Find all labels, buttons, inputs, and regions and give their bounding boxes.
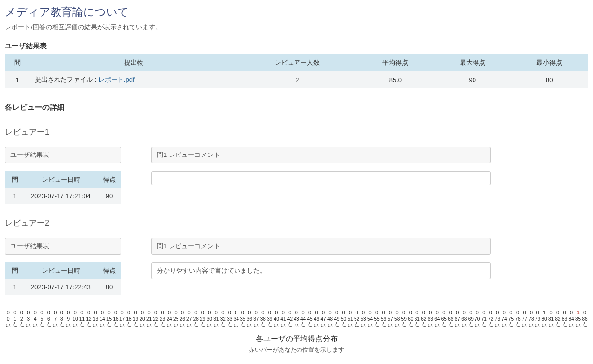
chart-label: 81点 (548, 316, 555, 327)
chart-value: 0 (226, 310, 233, 315)
cell-max: 90 (434, 71, 511, 88)
cell-q: 1 (5, 188, 25, 204)
chart-label: 57点 (387, 316, 394, 327)
chart-label: 77点 (521, 316, 528, 327)
chart-label: 78点 (528, 316, 534, 327)
chart-value: 0 (192, 310, 199, 315)
chart-value: 0 (347, 310, 354, 315)
chart-value: 0 (260, 310, 267, 315)
chart-value: 0 (400, 310, 407, 315)
chart-label: 20点 (139, 316, 146, 327)
chart-label: 19点 (132, 316, 139, 327)
chart-label: 30点 (206, 316, 213, 327)
chart-value: 0 (508, 310, 515, 315)
chart-label: 10点 (72, 316, 79, 327)
page-title: メディア教育論について (5, 5, 588, 20)
reviewer2-comment-title: 問1 レビューコメント (151, 238, 491, 255)
chart-title: 各ユーザの平均得点分布 (5, 334, 588, 344)
chart-label: 34点 (233, 316, 240, 327)
cell-q: 1 (5, 279, 25, 295)
chart-label: 4点 (32, 316, 39, 327)
user-result-table: 問 提出物 レビュアー人数 平均得点 最大得点 最小得点 1 提出されたファイル… (5, 54, 588, 88)
chart-value: 0 (106, 310, 113, 315)
reviewer1-table: 問 レビュー日時 得点 1 2023-07-17 17:21:04 90 (5, 171, 121, 204)
chart-label: 35点 (239, 316, 246, 327)
submission-file-link[interactable]: レポート.pdf (98, 76, 135, 83)
chart-label: 58点 (394, 316, 401, 327)
chart-label: 36点 (246, 316, 253, 327)
reviewer2-comment: 分かりやすい内容で書けていました。 (151, 262, 491, 279)
chart-label: 42点 (287, 316, 294, 327)
chart-value: 0 (39, 310, 46, 315)
chart-value: 0 (407, 310, 414, 315)
cell-score: 80 (97, 279, 121, 295)
cell-reviewers: 2 (238, 71, 357, 88)
chart-label: 68点 (461, 316, 468, 327)
chart-value: 0 (199, 310, 206, 315)
chart-value: 0 (461, 310, 468, 315)
chart-value: 0 (125, 310, 132, 315)
col-score: 得点 (97, 171, 121, 188)
chart-value: 0 (246, 310, 253, 315)
chart-label: 50点 (340, 316, 347, 327)
chart-label: 39点 (266, 316, 273, 327)
chart-value: 0 (59, 310, 65, 315)
chart-label: 26点 (179, 316, 186, 327)
chart-value: 0 (373, 310, 380, 315)
chart-label: 44点 (300, 316, 307, 327)
chart-label: 61点 (414, 316, 420, 327)
reviewer2-table: 問 レビュー日時 得点 1 2023-07-17 17:22:43 80 (5, 262, 121, 295)
cell-avg: 85.0 (357, 71, 434, 88)
chart-value: 0 (360, 310, 367, 315)
chart-value: 0 (293, 310, 300, 315)
chart-label: 38点 (260, 316, 267, 327)
chart-label: 8点 (59, 316, 65, 327)
chart-label: 67点 (454, 316, 461, 327)
chart-value: 0 (79, 310, 86, 315)
chart-value: 0 (581, 310, 588, 315)
col-q: 問 (5, 262, 25, 279)
chart-label: 49点 (333, 316, 340, 327)
col-score: 得点 (97, 262, 121, 279)
chart-label: 70点 (474, 316, 481, 327)
chart-value: 0 (528, 310, 534, 315)
chart-label: 83点 (561, 316, 568, 327)
chart-value: 0 (534, 310, 541, 315)
chart-value: 0 (306, 310, 313, 315)
chart-value: 0 (239, 310, 246, 315)
chart-label: 12点 (85, 316, 92, 327)
chart-value: 0 (273, 310, 280, 315)
submission-prefix: 提出されたファイル : (35, 76, 98, 83)
chart-label: 59点 (400, 316, 407, 327)
chart-label: 71点 (481, 316, 488, 327)
chart-label: 54点 (367, 316, 374, 327)
chart-label: 17点 (119, 316, 126, 327)
chart-label: 21点 (146, 316, 153, 327)
col-avg: 平均得点 (357, 54, 434, 71)
chart-value: 0 (220, 310, 227, 315)
cell-submission: 提出されたファイル : レポート.pdf (30, 71, 238, 88)
chart-value: 0 (99, 310, 106, 315)
table-row: 1 2023-07-17 17:22:43 80 (5, 279, 121, 295)
chart-label: 82点 (554, 316, 561, 327)
chart-value: 0 (327, 310, 334, 315)
reviewer2-heading: レビュアー2 (5, 218, 588, 231)
chart-label: 0点 (5, 316, 12, 327)
chart-label: 33点 (226, 316, 233, 327)
chart-label: 80点 (541, 316, 548, 327)
chart-value: 0 (313, 310, 320, 315)
chart-label: 51点 (347, 316, 354, 327)
cell-min: 80 (511, 71, 588, 88)
chart-value: 0 (454, 310, 461, 315)
chart-label: 31点 (213, 316, 220, 327)
chart-value: 1 (575, 310, 582, 315)
chart-value: 0 (568, 310, 575, 315)
chart-value: 0 (92, 310, 99, 315)
chart-value: 0 (514, 310, 521, 315)
chart-value: 0 (380, 310, 387, 315)
chart-label: 45点 (306, 316, 313, 327)
chart-value: 0 (166, 310, 173, 315)
reviewer1-comment (151, 171, 491, 185)
chart-value: 0 (112, 310, 119, 315)
table-row: 1 2023-07-17 17:21:04 90 (5, 188, 121, 204)
